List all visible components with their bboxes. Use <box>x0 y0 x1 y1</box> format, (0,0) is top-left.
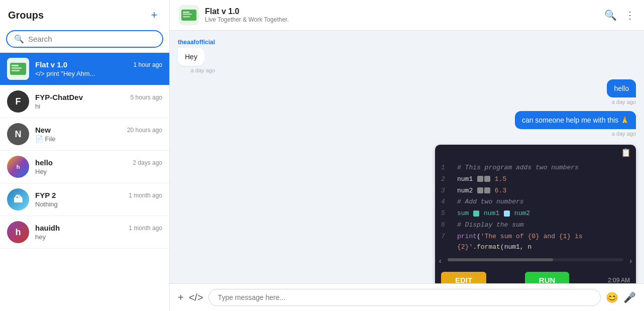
code-scroll-row: ‹ › <box>435 257 636 268</box>
code-line: 2 num1 1.5 <box>435 174 636 185</box>
svg-rect-7 <box>183 12 189 13</box>
line-number: 7 <box>441 232 451 242</box>
group-last-msg: hi <box>35 102 162 110</box>
group-info: FYP-ChatDev 5 hours ago hi <box>35 93 162 110</box>
scroll-left-button[interactable]: ‹ <box>439 257 442 265</box>
search-icon[interactable]: 🔍 <box>604 9 617 21</box>
chat-input-bar: + </> 😊 🎤 <box>170 283 644 311</box>
group-last-msg: 📄 File <box>35 135 162 143</box>
group-last-msg: Hey <box>35 168 162 175</box>
svg-rect-6 <box>181 10 196 21</box>
group-item[interactable]: h hello 2 days ago Hey <box>0 151 169 183</box>
group-time: 20 hours ago <box>127 127 162 134</box>
group-last-msg: hey <box>35 233 162 241</box>
chat-header: Flat v 1.0 Live Together & Work Together… <box>170 0 644 31</box>
message-bubble: Hey <box>178 48 204 66</box>
code-line: 7 print('The sum of {0} and {1} is {2}'.… <box>435 231 636 253</box>
group-name: hauidh <box>35 224 60 232</box>
scroll-right-button[interactable]: › <box>629 257 632 265</box>
group-item[interactable]: N New 20 hours ago 📄 File <box>0 118 169 151</box>
code-line: 3 num2 6.3 <box>435 185 636 197</box>
sidebar-title: Groups <box>8 10 44 21</box>
mic-button[interactable]: 🎤 <box>623 291 636 303</box>
group-last-msg: </> print "Hey Ahm... <box>35 70 162 77</box>
avatar <box>7 58 29 80</box>
group-time: 1 month ago <box>129 225 162 232</box>
message-input[interactable] <box>208 289 601 306</box>
group-list: Flat v 1.0 1 hour ago </> print "Hey Ahm… <box>0 53 169 311</box>
code-text: print('The sum of {0} and {1} is {2}'.fo… <box>457 232 630 253</box>
group-time: 1 month ago <box>129 192 162 199</box>
group-info: FYP 2 1 month ago Nothing <box>35 191 162 208</box>
search-input[interactable] <box>28 35 155 43</box>
run-button[interactable]: RUN <box>525 272 570 283</box>
line-number: 1 <box>441 163 451 173</box>
group-name: New <box>35 126 51 134</box>
code-text: sum num1 num2 <box>457 209 530 219</box>
line-number: 5 <box>441 209 451 219</box>
message-self: can someone help me with this 🙏 a day ag… <box>515 111 636 137</box>
code-header: 📋 <box>435 145 636 160</box>
message-time: a day ago <box>515 131 636 137</box>
avatar: h <box>7 221 29 243</box>
group-info: hauidh 1 month ago hey <box>35 224 162 241</box>
group-item[interactable]: Flat v 1.0 1 hour ago </> print "Hey Ahm… <box>0 53 169 85</box>
emoji-button[interactable]: 😊 <box>606 291 618 303</box>
avatar: N <box>7 123 29 145</box>
messages-container: theaafofficial Hey a day ago hello a day… <box>170 31 644 283</box>
code-text: num1 1.5 <box>457 174 506 185</box>
chat-area: Flat v 1.0 Live Together & Work Together… <box>170 0 644 311</box>
code-text: # This program adds two numbers <box>457 163 579 173</box>
group-item[interactable]: F FYP-ChatDev 5 hours ago hi <box>0 85 169 118</box>
chat-header-info: Flat v 1.0 Live Together & Work Together… <box>205 7 289 23</box>
line-number: 2 <box>441 174 451 185</box>
chat-header-icons: 🔍 ⋮ <box>604 9 635 21</box>
group-time: 5 hours ago <box>131 94 162 101</box>
svg-rect-4 <box>12 70 20 71</box>
message-bubble: can someone help me with this 🙏 <box>515 111 636 129</box>
group-last-msg: Nothing <box>35 200 162 208</box>
code-line: 4 # Add two numbers <box>435 196 636 208</box>
code-scrollbar <box>448 258 624 261</box>
add-group-button[interactable]: + <box>147 8 161 22</box>
line-number: 6 <box>441 220 451 231</box>
svg-rect-2 <box>12 65 19 66</box>
group-info: hello 2 days ago Hey <box>35 158 162 175</box>
code-text: # Add two numbers <box>457 197 524 208</box>
message-time: a day ago <box>607 99 636 105</box>
group-item[interactable]: 🏔 FYP 2 1 month ago Nothing <box>0 183 169 216</box>
line-number: 3 <box>441 186 451 196</box>
code-block: 📋 1 # This program adds two numbers 2 nu… <box>435 145 636 283</box>
avatar: F <box>7 90 29 113</box>
code-footer: EDIT RUN 2:09 AM <box>435 268 636 283</box>
chat-title: Flat v 1.0 <box>205 7 289 16</box>
chat-avatar <box>179 5 199 25</box>
copy-code-button[interactable]: 📋 <box>621 148 631 157</box>
message-bubble: hello <box>607 79 636 97</box>
svg-rect-3 <box>12 67 22 69</box>
add-attachment-button[interactable]: + <box>178 292 184 303</box>
message-self: hello a day ago <box>607 79 636 105</box>
code-snippet-button[interactable]: </> <box>189 292 203 303</box>
sidebar-header: Groups + <box>0 0 169 26</box>
code-line: 5 sum num1 num2 <box>435 208 636 220</box>
search-icon: 🔍 <box>14 34 24 44</box>
edit-button[interactable]: EDIT <box>441 272 486 283</box>
scrollbar-thumb <box>448 258 553 261</box>
group-item[interactable]: h hauidh 1 month ago hey <box>0 216 169 249</box>
sidebar: Groups + 🔍 Flat v 1.0 1 hour ago </> pri… <box>0 0 170 311</box>
group-name: FYP 2 <box>35 191 56 199</box>
avatar: h <box>7 156 29 178</box>
code-text: # Display the sum <box>457 220 524 231</box>
group-time: 1 hour ago <box>134 61 162 68</box>
message-time: a day ago <box>178 67 215 73</box>
avatar: 🏔 <box>7 188 29 211</box>
group-name: Flat v 1.0 <box>35 60 67 69</box>
chat-subtitle: Live Together & Work Together. <box>205 16 289 23</box>
code-message: 📋 1 # This program adds two numbers 2 nu… <box>435 143 636 283</box>
code-line: 1 # This program adds two numbers <box>435 162 636 174</box>
more-options-icon[interactable]: ⋮ <box>625 9 635 21</box>
group-name: hello <box>35 158 53 167</box>
group-info: Flat v 1.0 1 hour ago </> print "Hey Ahm… <box>35 60 162 77</box>
message-other: theaafofficial Hey a day ago <box>178 39 215 73</box>
